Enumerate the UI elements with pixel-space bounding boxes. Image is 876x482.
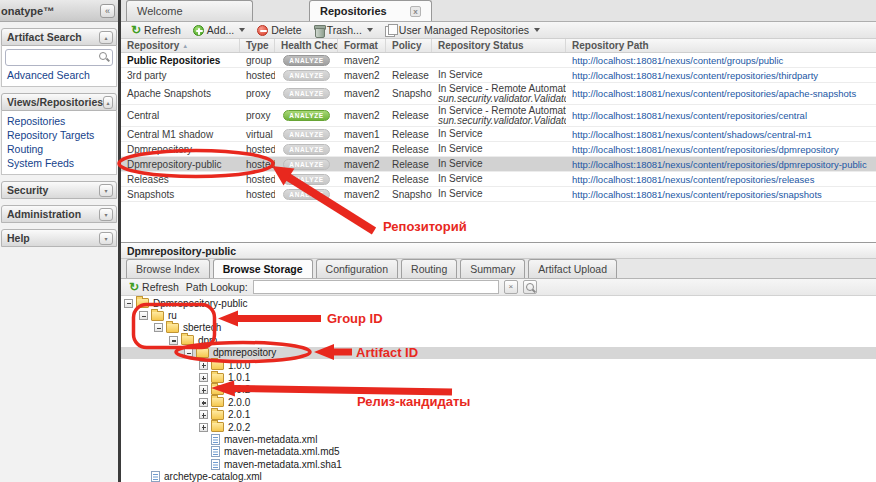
- repository-path-link[interactable]: http://localhost:18081/nexus/content/rep…: [572, 159, 867, 170]
- collapse-node-icon[interactable]: [154, 323, 163, 332]
- table-row[interactable]: Central M1 shadowvirtualANALYZEmaven1Rel…: [121, 127, 876, 142]
- expand-icon[interactable]: [199, 373, 208, 382]
- repository-path-link[interactable]: http://localhost:18081/nexus/content/rep…: [572, 88, 856, 99]
- analyze-button[interactable]: ANALYZE: [283, 110, 330, 121]
- tree-refresh-button[interactable]: ↻ Refresh: [127, 280, 181, 295]
- expand-icon[interactable]: [199, 410, 208, 419]
- tree-node-dpm[interactable]: dpm: [121, 334, 876, 346]
- repository-path-link[interactable]: http://localhost:18081/nexus/content/rep…: [572, 144, 839, 155]
- analyze-button[interactable]: ANALYZE: [283, 88, 330, 99]
- close-icon[interactable]: x: [410, 6, 421, 17]
- trash-button[interactable]: Trash...: [310, 23, 377, 38]
- detail-tab-configuration[interactable]: Configuration: [316, 259, 398, 278]
- table-row[interactable]: Dpmrepository-publichostedANALYZEmaven2R…: [121, 157, 876, 172]
- analyze-button[interactable]: ANALYZE: [283, 189, 330, 200]
- sidebar-item-routing[interactable]: Routing: [5, 142, 113, 156]
- column-header-format[interactable]: Format: [338, 39, 386, 52]
- tree-node-1.0.0[interactable]: 1.0.0: [121, 359, 876, 371]
- column-header-repository-path[interactable]: Repository Path: [566, 39, 876, 52]
- tree-node-maven-metadata.xml.sha1[interactable]: maven-metadata.xml.sha1: [121, 458, 876, 470]
- table-row[interactable]: Public RepositoriesgroupANALYZEmaven2htt…: [121, 53, 876, 68]
- repository-path-link[interactable]: http://localhost:18081/nexus/content/rep…: [572, 189, 822, 200]
- security-header[interactable]: Security ▾: [1, 181, 117, 199]
- expand-icon[interactable]: [199, 423, 208, 432]
- panel-expand-icon[interactable]: ▾: [99, 184, 113, 197]
- sidebar-collapse-icon[interactable]: «: [100, 4, 115, 18]
- table-row[interactable]: 3rd partyhostedANALYZEmaven2ReleaseIn Se…: [121, 68, 876, 83]
- refresh-button[interactable]: ↻ Refresh: [127, 23, 185, 38]
- sidebar-item-repositories[interactable]: Repositories: [5, 114, 113, 128]
- panel-collapse-icon[interactable]: ▴: [103, 96, 113, 109]
- detail-tab-routing[interactable]: Routing: [401, 259, 457, 278]
- column-header-health-check[interactable]: Health Check: [275, 39, 338, 52]
- tree-node-maven-metadata.xml.md5[interactable]: maven-metadata.xml.md5: [121, 446, 876, 458]
- panel-expand-icon[interactable]: ▾: [99, 232, 113, 245]
- artifact-search-header[interactable]: Artifact Search ▴: [1, 28, 117, 46]
- expand-icon[interactable]: [199, 361, 208, 370]
- format-cell: maven2: [338, 55, 386, 66]
- help-header[interactable]: Help ▾: [1, 229, 117, 247]
- collapse-node-icon[interactable]: [139, 311, 148, 320]
- delete-button[interactable]: Delete: [253, 23, 305, 38]
- tree-node-2.0.0[interactable]: 2.0.0: [121, 396, 876, 408]
- collapse-node-icon[interactable]: [184, 348, 193, 357]
- repository-path-link[interactable]: http://localhost:18081/nexus/content/gro…: [572, 55, 783, 66]
- expand-icon[interactable]: [199, 385, 208, 394]
- repository-path-link[interactable]: http://localhost:18081/nexus/content/rep…: [572, 110, 807, 121]
- sidebar-item-repository-targets[interactable]: Repository Targets: [5, 128, 113, 142]
- expand-icon[interactable]: [199, 398, 208, 407]
- table-row[interactable]: DpmrepositoryhostedANALYZEmaven2ReleaseI…: [121, 142, 876, 157]
- advanced-search-link[interactable]: Advanced Search: [5, 68, 113, 82]
- panel-collapse-icon[interactable]: ▴: [99, 31, 113, 44]
- analyze-button[interactable]: ANALYZE: [283, 70, 330, 81]
- analyze-button[interactable]: ANALYZE: [283, 174, 330, 185]
- administration-header[interactable]: Administration ▾: [1, 205, 117, 223]
- sidebar-item-system-feeds[interactable]: System Feeds: [5, 156, 113, 170]
- tree-node-dpmrepository[interactable]: dpmrepository: [121, 347, 876, 359]
- tree-node-sbertech[interactable]: sbertech: [121, 322, 876, 334]
- analyze-button[interactable]: ANALYZE: [283, 144, 330, 155]
- detail-tab-browse-index[interactable]: Browse Index: [126, 259, 210, 278]
- tab-repositories[interactable]: Repositories x: [309, 0, 432, 21]
- analyze-button[interactable]: ANALYZE: [283, 55, 330, 66]
- repository-path-link[interactable]: http://localhost:18081/nexus/content/sha…: [572, 129, 812, 140]
- tree-node-1.0.2[interactable]: 1.0.2: [121, 384, 876, 396]
- column-header-repository-status[interactable]: Repository Status: [432, 39, 566, 52]
- collapse-node-icon[interactable]: [124, 299, 133, 308]
- repository-path-link[interactable]: http://localhost:18081/nexus/content/rep…: [572, 70, 818, 81]
- add-button[interactable]: Add...: [189, 23, 249, 38]
- tree-node-1.0.1[interactable]: 1.0.1: [121, 371, 876, 383]
- clear-icon[interactable]: ×: [504, 280, 518, 294]
- repository-name-cell: Dpmrepository: [121, 144, 240, 155]
- table-row[interactable]: ReleaseshostedANALYZEmaven2ReleaseIn Ser…: [121, 172, 876, 187]
- user-managed-repositories-button[interactable]: User Managed Repositories: [381, 23, 544, 38]
- analyze-button[interactable]: ANALYZE: [283, 159, 330, 170]
- column-header-repository[interactable]: Repository▲: [121, 39, 240, 52]
- tree-node-label: maven-metadata.xml: [224, 434, 317, 445]
- tree-node-ru[interactable]: ru: [121, 309, 876, 321]
- tree-node-dpmrepository-public[interactable]: Dpmrepository-public: [121, 297, 876, 309]
- search-icon[interactable]: [523, 280, 537, 294]
- tree-node-archetype-catalog.xml[interactable]: archetype-catalog.xml: [121, 470, 876, 482]
- column-header-type[interactable]: Type: [240, 39, 275, 52]
- type-cell: group: [240, 55, 275, 66]
- detail-tab-summary[interactable]: Summary: [460, 259, 525, 278]
- views-repositories-header[interactable]: Views/Repositories ▴: [1, 93, 117, 111]
- table-row[interactable]: CentralproxyANALYZEmaven2ReleaseIn Servi…: [121, 105, 876, 127]
- tree-node-maven-metadata.xml[interactable]: maven-metadata.xml: [121, 433, 876, 445]
- tree-node-2.0.1[interactable]: 2.0.1: [121, 409, 876, 421]
- analyze-button[interactable]: ANALYZE: [283, 129, 330, 140]
- path-lookup-input[interactable]: [253, 280, 499, 294]
- panel-expand-icon[interactable]: ▾: [99, 208, 113, 221]
- column-header-policy[interactable]: Policy: [386, 39, 432, 52]
- table-row[interactable]: SnapshotshostedANALYZEmaven2SnapshotIn S…: [121, 187, 876, 202]
- tree-node-2.0.2[interactable]: 2.0.2: [121, 421, 876, 433]
- artifact-search-input[interactable]: [5, 49, 113, 66]
- detail-tab-browse-storage[interactable]: Browse Storage: [213, 259, 313, 278]
- table-row[interactable]: Apache SnapshotsproxyANALYZEmaven2Snapsh…: [121, 83, 876, 105]
- search-icon[interactable]: [99, 52, 109, 62]
- tab-welcome[interactable]: Welcome: [126, 0, 253, 21]
- detail-tab-artifact-upload[interactable]: Artifact Upload: [528, 259, 617, 278]
- repository-path-link[interactable]: http://localhost:18081/nexus/content/rep…: [572, 174, 814, 185]
- collapse-node-icon[interactable]: [169, 336, 178, 345]
